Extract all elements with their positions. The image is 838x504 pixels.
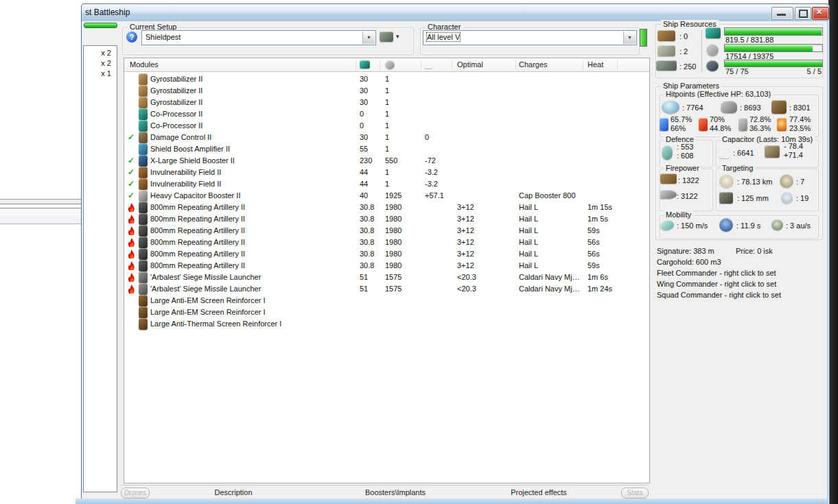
cpu-column-icon[interactable] <box>360 60 370 69</box>
defence-shield-icon <box>662 145 673 160</box>
hitpoints-label: Hitpoints (Effective HP: 63,103) <box>664 90 773 98</box>
character-combobox[interactable]: All level V ▼ <box>423 30 637 45</box>
module-name: Large Anti-EM Screen Reinforcer I <box>150 307 266 318</box>
module-cpu: 55 <box>360 143 368 155</box>
module-name: 800mm Repeating Artillery II <box>150 237 245 248</box>
table-row[interactable]: ✓ Heavy Capacitor Booster II 40 1925 +57… <box>124 190 649 202</box>
dc-module-icon <box>139 132 148 143</box>
tools-icon[interactable] <box>380 32 393 42</box>
turret-hardpoint-icon <box>657 30 675 41</box>
table-row[interactable]: ✓ 800mm Repeating Artillery II 30.8 1980… <box>124 213 649 225</box>
squad-commander-text[interactable]: Squad Commander - right click to set <box>657 291 781 299</box>
modules-column-header[interactable]: Modules <box>130 60 159 69</box>
capacitor-column-icon[interactable] <box>425 60 432 69</box>
chevron-down-icon[interactable]: ▼ <box>362 32 375 44</box>
table-row[interactable]: ✓ 800mm Repeating Artillery II 30.8 1980… <box>124 237 649 248</box>
table-row[interactable]: ✓ 'Arbalest' Siege Missile Launcher 51 1… <box>124 272 649 283</box>
dps-icon <box>660 190 677 199</box>
tab-boosters-implants[interactable]: Boosters\Implants <box>354 488 437 496</box>
targeting-range: : 78.13 km <box>737 178 772 186</box>
table-row[interactable]: ✓ 800mm Repeating Artillery II 30.8 1980… <box>124 225 649 237</box>
module-powergrid: 1 <box>385 178 389 190</box>
module-name: Co-Processor II <box>150 108 202 120</box>
arty-module-icon <box>139 260 148 272</box>
explosive-resist-armor: 23.5% <box>789 124 811 132</box>
heat-column-header[interactable]: Heat <box>587 60 603 69</box>
launcher-module-icon <box>139 272 148 283</box>
module-powergrid: 1 <box>385 167 389 178</box>
module-cpu: 51 <box>360 283 368 295</box>
table-row[interactable]: ✓ Co-Processor II 0 1 <box>124 108 649 120</box>
wing-commander-text[interactable]: Wing Commander - right click to set <box>657 280 776 288</box>
module-charge: Cap Booster 800 <box>519 190 576 202</box>
chevron-down-icon[interactable]: ▼ <box>623 32 636 44</box>
list-item[interactable]: x 2 <box>101 59 111 67</box>
table-row[interactable]: ✓ Gyrostabilizer II 30 1 <box>124 97 649 108</box>
table-row[interactable]: ✓ Gyrostabilizer II 30 1 <box>124 85 649 97</box>
drones-tab-button[interactable]: Drones <box>121 488 150 499</box>
table-row[interactable]: ✓ X-Large Shield Booster II 230 550 -72 <box>124 155 649 167</box>
module-charge: Caldari Navy Mjo... <box>519 272 582 283</box>
module-powergrid: 1575 <box>385 272 401 283</box>
tab-projected-effects[interactable]: Projected effects <box>498 488 580 496</box>
volley-value: : 1322 <box>678 176 699 184</box>
table-row[interactable]: ✓ 800mm Repeating Artillery II 30.8 1980… <box>124 202 649 213</box>
table-row[interactable]: ✓ Gyrostabilizer II 30 1 <box>124 73 649 85</box>
list-item[interactable]: x 1 <box>101 69 111 77</box>
titlebar[interactable] <box>82 4 828 21</box>
targeting-group <box>716 169 819 211</box>
table-row[interactable]: ✓ Damage Control II 30 1 0 <box>124 132 649 143</box>
tools-caret-icon[interactable]: ▾ <box>396 33 399 40</box>
table-row[interactable]: ✓ Large Anti-EM Screen Reinforcer I <box>124 307 649 318</box>
launcher-module-icon <box>139 283 148 295</box>
modules-table-header[interactable]: Modules Optimal Charges Heat <box>124 58 649 72</box>
table-row[interactable]: ✓ Large Anti-Thermal Screen Reinforcer I <box>124 318 649 330</box>
module-cpu: 30.8 <box>360 225 374 237</box>
setup-combobox[interactable]: Shieldpest ▼ <box>141 30 376 45</box>
module-optimal: 3+12 <box>457 237 474 248</box>
module-cap-use: 0 <box>425 132 429 143</box>
table-row[interactable]: ✓ Co-Processor II 0 1 <box>124 120 649 132</box>
coproc-module-icon <box>139 120 148 132</box>
arty-module-icon <box>139 202 148 213</box>
table-row[interactable]: ✓ Large Anti-EM Screen Reinforcer I <box>124 295 649 307</box>
module-cpu: 30.8 <box>360 248 374 260</box>
table-row[interactable]: ✓ 800mm Repeating Artillery II 30.8 1980… <box>124 248 649 260</box>
module-powergrid: 1980 <box>385 213 401 225</box>
module-cap-use: -72 <box>425 155 436 167</box>
charges-column-header[interactable]: Charges <box>519 60 548 69</box>
drone-count: 5 / 5 <box>807 67 822 75</box>
module-charge: Caldari Navy Mjo... <box>519 283 582 295</box>
explosive-resist-shield: 77.4% <box>789 115 811 123</box>
stats-tab-button[interactable]: Stats <box>621 488 649 499</box>
fitting-count-list[interactable]: x 2 x 2 x 1 <box>83 45 117 492</box>
module-optimal: <20.3 <box>457 272 476 283</box>
overheat-flame-icon <box>128 226 135 235</box>
align-time: : 11.9 s <box>736 221 760 230</box>
module-name: Gyrostabilizer II <box>150 85 202 97</box>
em-resist-armor: 66% <box>671 124 686 132</box>
list-item[interactable]: x 2 <box>101 49 111 57</box>
tab-description[interactable]: Description <box>192 488 275 496</box>
optimal-column-header[interactable]: Optimal <box>457 60 483 69</box>
module-heat: 56s <box>587 248 600 260</box>
table-row[interactable]: ✓ Invulnerability Field II 44 1 -3.2 <box>124 178 649 190</box>
module-name: Shield Boost Amplifier II <box>150 143 230 155</box>
module-powergrid: 1 <box>385 143 389 155</box>
cap-delta-positive: +71.4 <box>784 151 803 159</box>
table-row[interactable]: ✓ Shield Boost Amplifier II 55 1 <box>124 143 649 155</box>
rig-module-icon <box>139 295 148 307</box>
screen: st Battleship ✕ x 2 x 2 x 1 Current Setu… <box>0 0 838 504</box>
help-icon[interactable]: ? <box>126 32 137 43</box>
table-row[interactable]: ✓ 'Arbalest' Siege Missile Launcher 51 1… <box>124 283 649 295</box>
hull-hp-icon <box>771 100 787 114</box>
powergrid-column-icon[interactable] <box>385 60 395 69</box>
module-cpu: 30.8 <box>360 202 374 213</box>
table-row[interactable]: ✓ Invulnerability Field II 44 1 -3.2 <box>124 167 649 178</box>
powergrid-bar <box>724 44 823 52</box>
module-charge: Hail L <box>519 225 538 237</box>
table-row[interactable]: ✓ 800mm Repeating Artillery II 30.8 1980… <box>124 260 649 272</box>
fleet-commander-text[interactable]: Fleet Commander - right click to set <box>657 269 776 277</box>
sensor-strength: : 7 <box>796 178 804 186</box>
rig-module-icon <box>139 307 148 318</box>
